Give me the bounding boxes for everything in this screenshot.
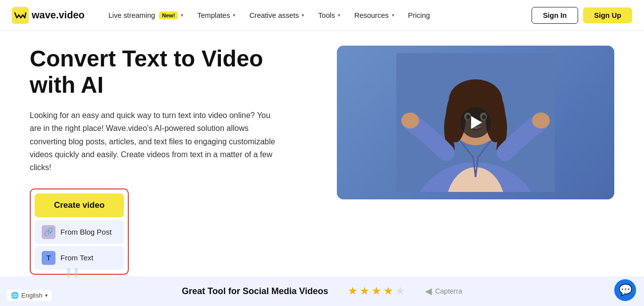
star-1: ★ xyxy=(348,285,358,298)
video-container[interactable] xyxy=(337,46,614,199)
play-button[interactable] xyxy=(460,107,491,138)
sign-up-button[interactable]: Sign Up xyxy=(583,7,632,23)
star-rating: ★ ★ ★ ★ ★ xyxy=(348,285,405,298)
chat-button[interactable]: 💬 xyxy=(614,279,636,301)
globe-icon: 🌐 xyxy=(11,292,19,299)
from-blog-post-item[interactable]: 🔗 From Blog Post xyxy=(35,220,124,244)
chevron-down-icon: ▾ xyxy=(45,293,48,298)
nav-item-resources[interactable]: Resources ▾ xyxy=(348,8,400,22)
nav-item-pricing[interactable]: Pricing xyxy=(402,8,436,22)
nav-auth: Sign In Sign Up xyxy=(532,7,632,24)
language-label: English xyxy=(21,292,43,299)
chevron-icon: ▾ xyxy=(233,12,235,18)
link-icon: 🔗 xyxy=(42,225,55,239)
nav-item-creative-assets[interactable]: Creative assets ▾ xyxy=(243,8,310,22)
chevron-icon: ▾ xyxy=(302,12,304,18)
capterra-badge: ◀ Capterra xyxy=(425,286,462,297)
logo[interactable]: wave.video xyxy=(12,7,85,24)
nav-items: Live streaming New! ▾ Templates ▾ Creati… xyxy=(103,8,532,22)
chevron-icon: ▾ xyxy=(338,12,340,18)
chat-icon: 💬 xyxy=(619,284,632,297)
quote-decoration: " xyxy=(64,261,81,301)
main-content: Convert Text to Video with AI Looking fo… xyxy=(0,31,644,275)
text-icon: T xyxy=(42,251,55,265)
bottom-bar: " Great Tool for Social Media Videos ★ ★… xyxy=(0,276,644,306)
chevron-icon: ▾ xyxy=(392,12,394,18)
hero-right xyxy=(337,46,614,275)
hero-left: Convert Text to Video with AI Looking fo… xyxy=(30,46,307,275)
nav-item-tools[interactable]: Tools ▾ xyxy=(312,8,346,22)
create-video-button[interactable]: Create video xyxy=(35,193,124,217)
hero-description: Looking for an easy and quick way to tur… xyxy=(30,109,282,175)
play-icon xyxy=(471,116,482,129)
star-3: ★ xyxy=(372,285,381,298)
nav-item-live-streaming[interactable]: Live streaming New! ▾ xyxy=(103,8,190,22)
new-badge: New! xyxy=(159,11,178,19)
logo-text: wave.video xyxy=(32,9,85,21)
svg-rect-0 xyxy=(12,7,29,24)
bottom-tagline: Great Tool for Social Media Videos xyxy=(182,286,328,297)
navbar: wave.video Live streaming New! ▾ Templat… xyxy=(0,0,644,31)
svg-point-14 xyxy=(532,113,550,128)
star-5: ★ xyxy=(395,285,405,298)
sign-in-button[interactable]: Sign In xyxy=(532,7,578,24)
star-2: ★ xyxy=(360,285,370,298)
svg-point-13 xyxy=(401,113,419,128)
hero-title: Convert Text to Video with AI xyxy=(30,46,307,98)
star-4: ★ xyxy=(383,285,393,298)
language-selector[interactable]: 🌐 English ▾ xyxy=(7,290,52,301)
nav-item-templates[interactable]: Templates ▾ xyxy=(191,8,241,22)
capterra-label: Capterra xyxy=(435,287,462,295)
wave-video-logo-icon xyxy=(12,7,29,24)
capterra-icon: ◀ xyxy=(425,286,432,297)
chevron-icon: ▾ xyxy=(181,12,183,18)
video-background xyxy=(337,46,614,199)
